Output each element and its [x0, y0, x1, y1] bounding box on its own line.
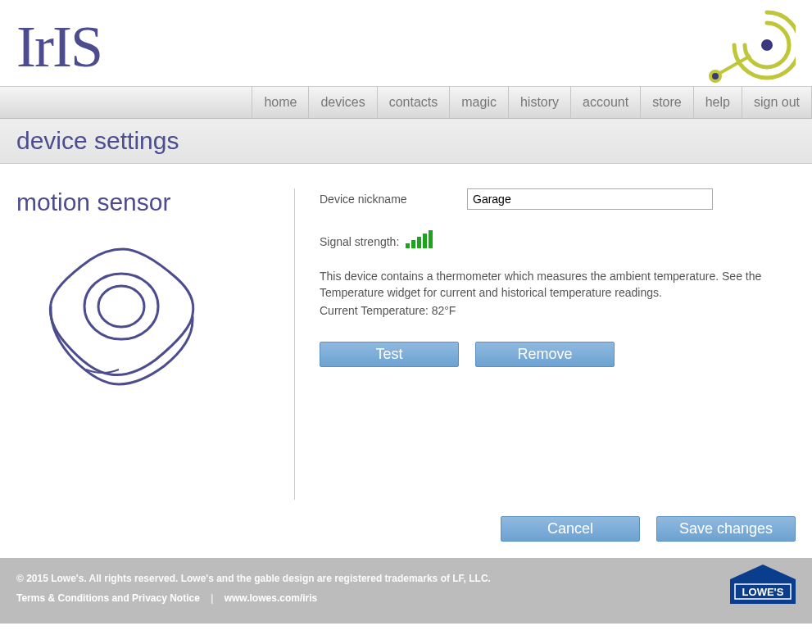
- nav-devices[interactable]: devices: [308, 87, 376, 118]
- content: motion sensor Device nickname Signal str…: [0, 164, 812, 516]
- svg-point-3: [84, 274, 158, 339]
- nav-help[interactable]: help: [693, 87, 742, 118]
- header-graphic-icon: [705, 8, 796, 86]
- lowes-logo-text: LOWE'S: [742, 586, 784, 598]
- cancel-button[interactable]: Cancel: [501, 516, 640, 542]
- header: IrIS: [0, 0, 812, 86]
- device-description: This device contains a thermometer which…: [320, 269, 778, 301]
- footer-copyright: © 2015 Lowe's. All rights reserved. Lowe…: [16, 573, 796, 584]
- svg-point-4: [98, 286, 144, 327]
- footer-terms-link[interactable]: Terms & Conditions and Privacy Notice: [16, 592, 200, 604]
- page-title: device settings: [16, 127, 796, 155]
- nickname-row: Device nickname: [320, 188, 796, 210]
- svg-point-0: [761, 39, 773, 51]
- nav-store[interactable]: store: [640, 87, 693, 118]
- nav-magic[interactable]: magic: [449, 87, 508, 118]
- nav-history[interactable]: history: [508, 87, 570, 118]
- nav-sign-out[interactable]: sign out: [742, 87, 812, 118]
- test-button[interactable]: Test: [320, 342, 459, 367]
- device-type-label: motion sensor: [16, 188, 278, 216]
- footer-separator: |: [211, 592, 213, 604]
- current-temperature: Current Temperature: 82°F: [320, 304, 796, 317]
- footer: © 2015 Lowe's. All rights reserved. Lowe…: [0, 558, 812, 624]
- device-action-row: Test Remove: [320, 342, 796, 367]
- remove-button[interactable]: Remove: [475, 342, 615, 367]
- nickname-input[interactable]: [467, 188, 713, 210]
- nav-contacts[interactable]: contacts: [377, 87, 450, 118]
- signal-row: Signal strength:: [320, 230, 796, 248]
- nav-account[interactable]: account: [570, 87, 640, 118]
- svg-point-1: [710, 71, 720, 81]
- footer-iris-link[interactable]: www.lowes.com/iris: [225, 592, 318, 604]
- footer-links: Terms & Conditions and Privacy Notice | …: [16, 592, 796, 604]
- device-sidebar: motion sensor: [16, 188, 295, 500]
- subheader: device settings: [0, 119, 812, 164]
- save-button[interactable]: Save changes: [656, 516, 796, 542]
- motion-sensor-icon: [33, 229, 213, 409]
- main-nav: home devices contacts magic history acco…: [0, 86, 812, 119]
- device-form: Device nickname Signal strength: This de…: [295, 188, 796, 500]
- nav-home[interactable]: home: [252, 87, 308, 118]
- lowes-logo-icon: LOWE'S: [730, 565, 796, 605]
- iris-logo: IrIS: [16, 20, 102, 74]
- bottom-actions: Cancel Save changes: [0, 516, 812, 558]
- signal-label: Signal strength:: [320, 235, 399, 248]
- signal-bars-icon: [406, 230, 433, 248]
- nickname-label: Device nickname: [320, 193, 467, 206]
